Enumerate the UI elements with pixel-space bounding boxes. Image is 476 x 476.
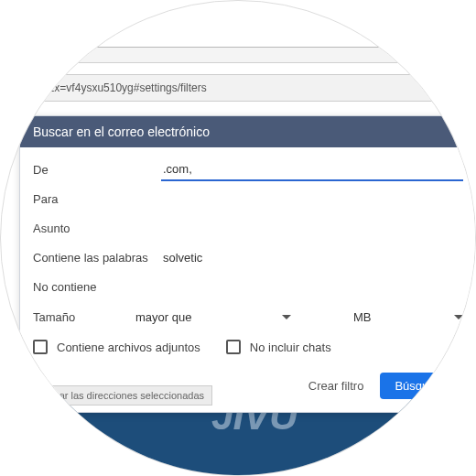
size-unit-value: MB: [353, 310, 372, 324]
chevron-down-icon: [282, 315, 291, 319]
create-filter-link[interactable]: Crear filtro: [308, 379, 364, 393]
search-mail-panel: Buscar en el correo electrónico De Para …: [19, 115, 476, 413]
from-label: De: [33, 163, 161, 177]
search-button[interactable]: Búsqueda: [380, 373, 463, 399]
panel-title: Buscar en el correo electrónico: [20, 116, 476, 147]
checkbox-icon: [33, 340, 48, 354]
size-operator-value: mayor que: [135, 310, 191, 324]
has-words-label: Contiene las palabras: [33, 251, 161, 265]
subject-input[interactable]: [161, 217, 463, 239]
not-contains-label: No contiene: [33, 280, 161, 294]
chevron-down-icon: [454, 315, 463, 319]
background-footer-text: Con: [459, 459, 476, 470]
unblock-selected-button[interactable]: esbloquear las direcciones seleccionadas: [10, 385, 212, 406]
url-text: /mail/u/0/?zx=vf4ysxu510yg#settings/filt…: [0, 81, 207, 94]
has-words-value[interactable]: solvetic: [161, 247, 463, 268]
exclude-chats-checkbox[interactable]: No incluir chats: [226, 340, 331, 354]
to-input[interactable]: [161, 188, 463, 210]
address-bar[interactable]: /mail/u/0/?zx=vf4ysxu510yg#settings/filt…: [0, 74, 476, 102]
exclude-chats-label: No incluir chats: [250, 341, 331, 354]
window-chrome-stripe: [0, 47, 476, 63]
not-contains-input[interactable]: [161, 276, 463, 298]
size-unit-select[interactable]: MB: [353, 307, 463, 328]
from-input[interactable]: [161, 158, 463, 181]
has-attachment-label: Contiene archivos adjuntos: [57, 341, 200, 354]
to-label: Para: [33, 192, 161, 206]
has-attachment-checkbox[interactable]: Contiene archivos adjuntos: [33, 340, 200, 354]
subject-label: Asunto: [33, 222, 161, 235]
checkbox-icon: [226, 340, 241, 354]
size-label: Tamaño: [33, 310, 124, 324]
size-operator-select[interactable]: mayor que: [135, 307, 291, 328]
